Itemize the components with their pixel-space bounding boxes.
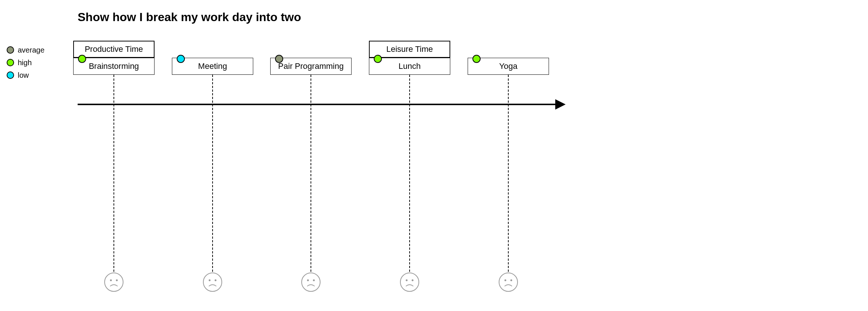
sad-face-icon — [104, 272, 124, 292]
svg-point-2 — [116, 280, 118, 281]
svg-point-6 — [302, 273, 320, 291]
task-label: Pair Programming — [278, 61, 343, 71]
legend-dot-icon — [7, 46, 14, 54]
legend-label: low — [18, 71, 29, 80]
legend-dot-icon — [7, 59, 14, 66]
legend: average high low — [7, 44, 44, 81]
score-dot-icon — [374, 55, 382, 63]
task-label: Brainstorming — [89, 61, 139, 71]
svg-point-8 — [313, 280, 315, 281]
sad-face-icon — [400, 272, 420, 292]
legend-label: high — [18, 58, 32, 67]
task-label: Yoga — [499, 61, 517, 71]
diagram-title: Show how I break my work day into two — [78, 10, 301, 24]
legend-item-low: low — [7, 69, 44, 81]
svg-point-10 — [406, 280, 408, 281]
score-dot-icon — [177, 55, 185, 63]
svg-point-5 — [215, 280, 217, 281]
sad-face-icon — [498, 272, 518, 292]
svg-point-7 — [307, 280, 309, 281]
legend-item-average: average — [7, 44, 44, 56]
sad-face-icon — [203, 272, 223, 292]
legend-item-high: high — [7, 56, 44, 69]
score-dot-icon — [275, 55, 283, 63]
svg-point-3 — [203, 273, 222, 291]
legend-label: average — [18, 46, 44, 54]
svg-point-1 — [110, 280, 112, 281]
svg-point-14 — [511, 280, 512, 281]
svg-point-11 — [412, 280, 414, 281]
svg-point-12 — [499, 273, 518, 291]
sad-face-icon — [301, 272, 321, 292]
svg-point-0 — [105, 273, 123, 291]
timeline-axis — [78, 104, 557, 105]
score-dot-icon — [78, 55, 86, 63]
section-leisure-time: Leisure Time — [369, 41, 450, 58]
section-label: Productive Time — [85, 44, 143, 54]
svg-point-9 — [400, 273, 419, 291]
arrow-right-icon — [555, 99, 566, 110]
task-label: Meeting — [198, 61, 227, 71]
svg-point-4 — [209, 280, 211, 281]
score-dot-icon — [472, 55, 481, 63]
svg-point-13 — [505, 280, 506, 281]
legend-dot-icon — [7, 71, 14, 79]
section-label: Leisure Time — [386, 44, 433, 54]
section-productive-time: Productive Time — [73, 41, 155, 58]
task-label: Lunch — [399, 61, 421, 71]
